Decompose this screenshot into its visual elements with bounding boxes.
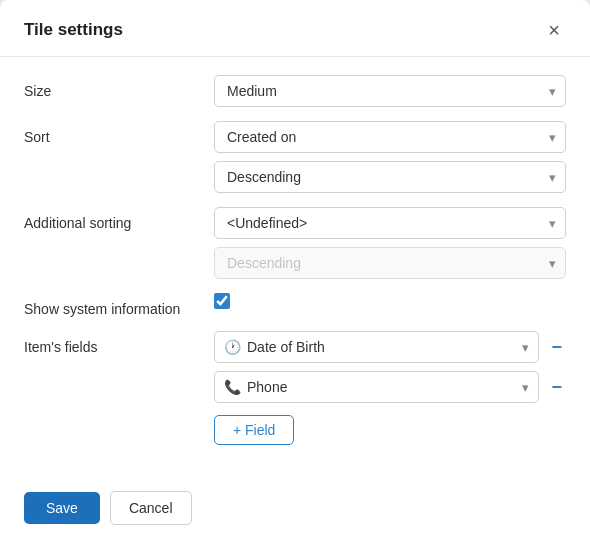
cancel-button[interactable]: Cancel <box>110 491 192 525</box>
sort-select-wrapper: Created on Modified on Name ▾ <box>214 121 566 153</box>
tile-settings-dialog: Tile settings × Size Small Medium Large … <box>0 0 590 537</box>
dialog-header: Tile settings × <box>0 0 590 57</box>
size-controls: Small Medium Large ▾ <box>214 75 566 107</box>
items-fields-controls: 🕐 Date of Birth Phone Email ▾ − 📞 <box>214 331 566 445</box>
size-row: Size Small Medium Large ▾ <box>24 75 566 107</box>
remove-field-button-0[interactable]: − <box>547 338 566 356</box>
field-select-0[interactable]: Date of Birth Phone Email <box>214 331 539 363</box>
additional-direction-select[interactable]: Ascending Descending <box>214 247 566 279</box>
sort-row: Sort Created on Modified on Name ▾ Ascen… <box>24 121 566 193</box>
additional-sorting-label: Additional sorting <box>24 207 214 231</box>
save-button[interactable]: Save <box>24 492 100 524</box>
show-system-checkbox[interactable] <box>214 293 230 309</box>
sort-label: Sort <box>24 121 214 145</box>
show-system-row: Show system information <box>24 293 566 317</box>
items-fields-row: Item's fields 🕐 Date of Birth Phone Emai… <box>24 331 566 445</box>
additional-sorting-controls: <Undefined> Created on Modified on ▾ Asc… <box>214 207 566 279</box>
size-label: Size <box>24 75 214 99</box>
additional-direction-select-wrapper: Ascending Descending ▾ <box>214 247 566 279</box>
sort-controls: Created on Modified on Name ▾ Ascending … <box>214 121 566 193</box>
items-fields-label: Item's fields <box>24 331 214 355</box>
remove-field-button-1[interactable]: − <box>547 378 566 396</box>
add-field-button[interactable]: + Field <box>214 415 294 445</box>
show-system-label: Show system information <box>24 293 214 317</box>
dialog-footer: Save Cancel <box>0 475 590 537</box>
additional-sorting-row: Additional sorting <Undefined> Created o… <box>24 207 566 279</box>
field-select-wrapper-0: 🕐 Date of Birth Phone Email ▾ <box>214 331 539 363</box>
additional-sorting-select-wrapper: <Undefined> Created on Modified on ▾ <box>214 207 566 239</box>
field-select-1[interactable]: Date of Birth Phone Email <box>214 371 539 403</box>
size-select-wrapper: Small Medium Large ▾ <box>214 75 566 107</box>
sort-direction-select[interactable]: Ascending Descending <box>214 161 566 193</box>
additional-sorting-select[interactable]: <Undefined> Created on Modified on <box>214 207 566 239</box>
field-select-wrapper-1: 📞 Date of Birth Phone Email ▾ <box>214 371 539 403</box>
show-system-checkbox-row <box>214 293 566 309</box>
size-select[interactable]: Small Medium Large <box>214 75 566 107</box>
close-button[interactable]: × <box>542 18 566 42</box>
dialog-title: Tile settings <box>24 20 123 40</box>
sort-direction-select-wrapper: Ascending Descending ▾ <box>214 161 566 193</box>
show-system-controls <box>214 293 566 309</box>
field-row-0: 🕐 Date of Birth Phone Email ▾ − <box>214 331 566 363</box>
field-row-1: 📞 Date of Birth Phone Email ▾ − <box>214 371 566 403</box>
sort-select[interactable]: Created on Modified on Name <box>214 121 566 153</box>
dialog-body: Size Small Medium Large ▾ Sort Created <box>0 57 590 475</box>
